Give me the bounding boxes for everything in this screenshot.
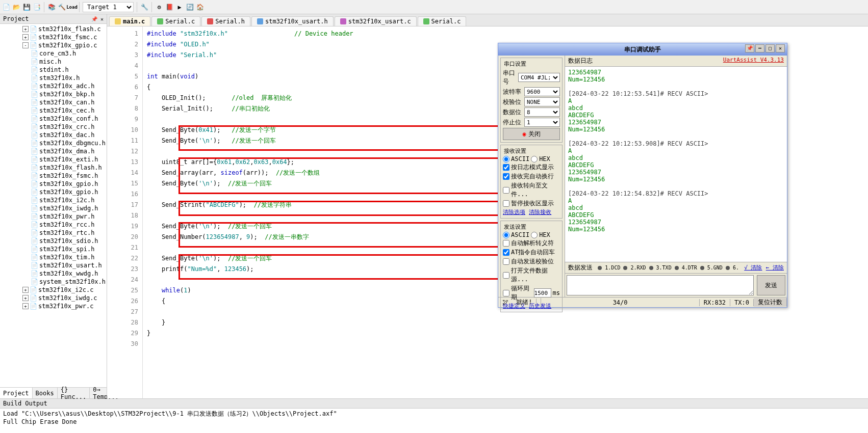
tree-item[interactable]: 📄stm32f10x_conf.h <box>0 115 107 123</box>
editor-tab[interactable]: Serial.h <box>201 16 250 26</box>
tree-item[interactable]: 📄misc.h <box>0 58 107 66</box>
expand-icon[interactable]: + <box>22 34 29 40</box>
tree-item[interactable]: 📄stm32f10x_gpio.h <box>0 188 107 196</box>
databits-select[interactable]: 8 <box>524 107 560 117</box>
tree-item[interactable]: 📄stm32f10x_dma.h <box>0 147 107 155</box>
pin-icon[interactable]: 📌 ✕ <box>91 16 104 22</box>
code-line[interactable] <box>147 275 353 285</box>
recv-opt-check[interactable] <box>503 173 509 180</box>
code-line[interactable]: } <box>147 317 353 328</box>
code-line[interactable] <box>147 114 353 125</box>
editor-tab[interactable]: stm32f10x_usart.h <box>251 16 334 26</box>
build-icon[interactable]: 🔨 <box>58 3 66 11</box>
tree-item[interactable]: 📄stdint.h <box>0 66 107 74</box>
code-line[interactable]: Send_array(arr, sizeof(arr)); //发送一个数组 <box>147 168 353 178</box>
send-hex-radio[interactable] <box>531 232 538 238</box>
tree-item[interactable]: 📄stm32f10x_rcc.h <box>0 221 107 229</box>
send-opt-check[interactable] <box>503 240 509 247</box>
port-select[interactable]: COM4 #JL; <box>518 73 560 82</box>
sidebar-tab[interactable]: Books <box>33 388 58 398</box>
code-line[interactable]: #include "Serial.h" <box>147 50 353 61</box>
pin-icon[interactable]: 📌 <box>745 44 754 52</box>
code-line[interactable] <box>147 307 353 317</box>
code-line[interactable]: } <box>147 328 353 339</box>
maximize-icon[interactable]: □ <box>765 44 775 52</box>
code-line[interactable]: uint8_t arr[]={0x61,0x62,0x63,0x64}; <box>147 157 353 168</box>
stack-icon[interactable]: 📚 <box>47 3 56 11</box>
cfg-icon[interactable]: ⚙ <box>155 3 163 11</box>
editor-tab[interactable]: Serial.c <box>418 16 467 26</box>
tree-item[interactable]: 📄stm32f10x_sdio.h <box>0 237 107 245</box>
tree-item[interactable]: 📄stm32f10x_can.h <box>0 98 107 106</box>
tree-item[interactable]: 📄stm32f10x_flash.h <box>0 164 107 172</box>
send-opt-check[interactable] <box>503 272 509 279</box>
sidebar-tab[interactable]: {} Func... <box>58 388 90 398</box>
tree-item[interactable]: 📄system_stm32f10x.h <box>0 278 107 286</box>
serial-assistant-window[interactable]: 串口调试助手 📌 — □ ✕ 串口设置 串口号COM4 #JL; 波特率9600… <box>498 43 787 308</box>
output-body[interactable]: Load "C:\\Users\\asus\\Desktop\\STM32Pro… <box>0 409 868 426</box>
loop-check[interactable] <box>503 290 509 296</box>
tree-item[interactable]: 📄stm32f10x_bkp.h <box>0 90 107 98</box>
tree-item[interactable]: 📄stm32f10x_gpio.h <box>0 180 107 188</box>
recv-link[interactable]: 清除接收 <box>529 209 551 215</box>
code-line[interactable] <box>147 242 353 253</box>
code-line[interactable] <box>147 210 353 221</box>
tree-item[interactable]: 📄stm32f10x_tim.h <box>0 253 107 261</box>
tree-item[interactable]: 📄stm32f10x.h <box>0 74 107 82</box>
send-ascii-radio[interactable] <box>503 232 509 238</box>
editor-tab[interactable]: stm32f10x_usart.c <box>335 16 417 26</box>
code-line[interactable]: while(1) <box>147 285 353 296</box>
code-line[interactable] <box>147 61 353 71</box>
loop-input[interactable] <box>534 288 551 297</box>
tree-item[interactable]: 📄stm32f10x_pwr.h <box>0 212 107 221</box>
tree-item[interactable]: 📄stm32f10x_adc.h <box>0 82 107 90</box>
editor-tab[interactable]: Serial.c <box>151 16 200 26</box>
code-line[interactable]: { <box>147 296 353 307</box>
tree-item[interactable]: +📄stm32f10x_pwr.c <box>0 302 107 310</box>
code-line[interactable]: Send_Byte('\n'); //发送一个回车 <box>147 253 353 264</box>
parity-select[interactable]: NONE <box>524 97 560 106</box>
clear-link[interactable]: ← 清除 <box>766 264 784 271</box>
tree-item[interactable]: 📄stm32f10x_i2c.h <box>0 196 107 204</box>
send-textarea[interactable] <box>567 275 754 295</box>
tree-item[interactable]: +📄stm32f10x_i2c.c <box>0 286 107 294</box>
tree-item[interactable]: 📄stm32f10x_usart.h <box>0 261 107 269</box>
play-icon[interactable]: ▶ <box>175 3 184 11</box>
books-icon[interactable]: 📕 <box>165 3 173 11</box>
send-opt-check[interactable] <box>503 258 509 265</box>
baud-select[interactable]: 9600 <box>524 87 560 96</box>
code-line[interactable]: Send_Byte('\n'); //发送一个回车 <box>147 136 353 146</box>
code-line[interactable]: Serial_Init(); //串口初始化 <box>147 103 353 114</box>
save-icon[interactable]: 💾 <box>22 3 31 11</box>
recv-opt-check[interactable] <box>503 164 509 171</box>
code-line[interactable]: Send_Byte(0x41); //发送一个字节 <box>147 125 353 136</box>
recv-ascii-radio[interactable] <box>503 156 509 163</box>
stopbits-select[interactable]: 1 <box>524 118 560 127</box>
code-line[interactable] <box>147 146 353 157</box>
code-line[interactable]: Send_Number(123654987, 9); //发送一串数字 <box>147 232 353 242</box>
clear-link[interactable]: √ 清除 <box>744 264 762 271</box>
file-icon[interactable]: 📄 <box>2 3 10 11</box>
tree-item[interactable]: +📄stm32f10x_fsmc.c <box>0 33 107 41</box>
recv-opt-check[interactable] <box>503 187 509 194</box>
tree-item[interactable]: 📄stm32f10x_spi.h <box>0 245 107 253</box>
code-line[interactable]: Send_Byte('\n'); //发送一个回车 <box>147 178 353 189</box>
tree-item[interactable]: 📄stm32f10x_fsmc.h <box>0 172 107 180</box>
sidebar-tab[interactable]: Project <box>0 388 33 398</box>
code-line[interactable]: { <box>147 82 353 93</box>
tree-item[interactable]: 📄stm32f10x_rtc.h <box>0 229 107 237</box>
recv-opt-check[interactable] <box>503 200 509 207</box>
tree-item[interactable]: 📄stm32f10x_iwdg.h <box>0 204 107 212</box>
editor-tab[interactable]: main.c <box>109 16 150 26</box>
code-line[interactable]: OLED_Init(); //oled 屏幕初始化 <box>147 93 353 103</box>
expand-icon[interactable]: + <box>22 26 29 32</box>
close-icon[interactable]: ✕ <box>776 44 785 52</box>
close-port-button[interactable]: ◉关闭 <box>503 128 560 140</box>
tree-item[interactable]: 📄stm32f10x_cec.h <box>0 106 107 115</box>
code-line[interactable] <box>147 189 353 200</box>
status-reset-button[interactable]: 复位计数 <box>754 298 787 307</box>
recv-link[interactable]: 清除选项 <box>503 209 525 215</box>
tree-item[interactable]: +📄stm32f10x_flash.c <box>0 25 107 33</box>
tree-item[interactable]: +📄stm32f10x_iwdg.c <box>0 294 107 302</box>
code-line[interactable]: #include "OLED.h" <box>147 39 353 50</box>
